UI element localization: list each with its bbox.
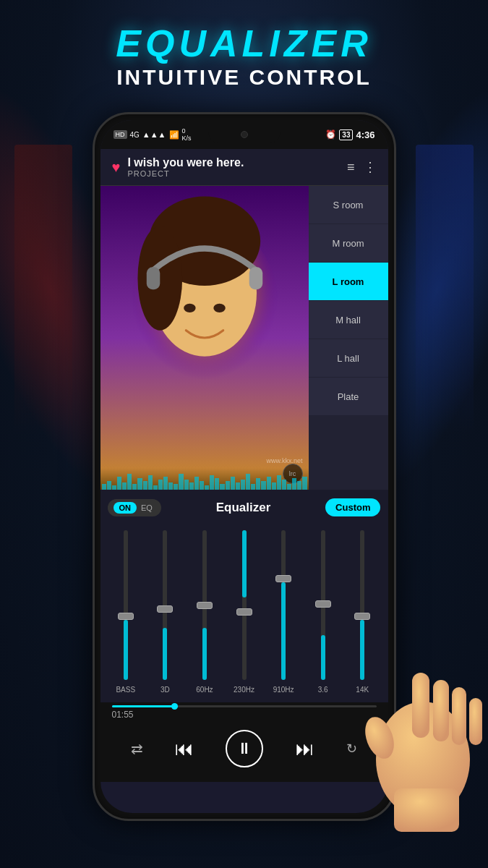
slider-label-3d: 3D — [160, 686, 170, 694]
wave-bar — [256, 478, 260, 490]
preset-item-l-room[interactable]: L room — [309, 263, 388, 300]
more-options-icon[interactable]: ⋮ — [364, 159, 377, 175]
notch-camera — [241, 131, 248, 138]
svg-rect-6 — [146, 267, 160, 289]
slider-thumb-3d[interactable] — [157, 605, 173, 613]
preset-item-l-hall[interactable]: L hall — [309, 339, 388, 377]
slider-track-3d — [163, 530, 167, 680]
wave-bar — [163, 477, 168, 490]
album-watermark: www.kkx.net — [266, 457, 302, 464]
next-button[interactable]: ⏭ — [296, 738, 314, 760]
wave-bar — [251, 484, 255, 490]
slider-bass[interactable]: BASS — [108, 527, 145, 694]
wave-bar — [231, 477, 235, 490]
slider-label-3khz: 3.6 — [318, 686, 328, 694]
eq-on-label: ON — [114, 502, 137, 514]
slider-thumb-230hz[interactable] — [236, 608, 252, 616]
wave-bar — [132, 484, 137, 490]
wave-bar — [297, 481, 301, 490]
wave-bar — [189, 482, 194, 490]
slider-thumb-3khz[interactable] — [315, 600, 331, 608]
playback-controls: ⇄ ⏮ ⏸ ⏭ ↻ — [100, 721, 388, 782]
repeat-icon[interactable]: ↻ — [346, 741, 357, 757]
slider-fill-top-230hz — [242, 530, 247, 597]
wave-bar — [282, 480, 286, 490]
wave-bar — [277, 475, 281, 490]
slider-60hz[interactable]: 60Hz — [187, 527, 223, 694]
slider-track-bass — [124, 530, 128, 680]
wave-bar — [210, 475, 214, 490]
album-person-image — [100, 186, 309, 490]
wave-bar — [246, 474, 250, 490]
album-section: www.kkx.net lrc — [100, 186, 309, 490]
wave-bar — [112, 485, 116, 490]
slider-230hz[interactable]: 230Hz — [226, 527, 262, 694]
album-illustration — [100, 186, 309, 490]
album-art: www.kkx.net lrc — [100, 186, 309, 490]
slider-3khz[interactable]: 3.6 — [304, 527, 341, 694]
wave-bar — [267, 477, 271, 490]
wave-bar — [117, 477, 121, 490]
slider-thumb-910hz[interactable] — [275, 575, 291, 582]
wave-bar — [143, 481, 147, 490]
playlist-icon[interactable]: ≡ — [347, 160, 355, 175]
song-artist: PROJECT — [127, 169, 340, 178]
song-bar: ♥ I wish you were here. PROJECT ≡ ⋮ — [100, 149, 388, 186]
slider-14khz[interactable]: 14K — [344, 527, 381, 694]
progress-bar[interactable] — [112, 705, 377, 707]
phone-notch — [208, 126, 281, 143]
wave-bar — [174, 484, 178, 490]
main-content: www.kkx.net lrc S roomM roomL roomM hall… — [100, 186, 388, 490]
progress-dot — [171, 703, 178, 710]
prev-button[interactable]: ⏮ — [175, 738, 194, 760]
slider-thumb-bass[interactable] — [118, 613, 134, 620]
speed-indicator: 0K/s — [182, 127, 192, 142]
slider-track-60hz — [202, 530, 207, 680]
progress-time: 01:55 — [112, 710, 377, 720]
preset-item-s-room[interactable]: S room — [309, 186, 388, 224]
play-pause-button[interactable]: ⏸ — [226, 730, 263, 767]
wave-bar — [122, 482, 127, 490]
battery-indicator: 33 — [339, 129, 353, 140]
slider-910hz[interactable]: 910Hz — [265, 527, 302, 694]
song-info: I wish you were here. PROJECT — [127, 156, 340, 178]
eq-toggle[interactable]: ON EQ — [108, 499, 161, 516]
wave-bar — [102, 484, 106, 490]
svg-rect-7 — [249, 267, 262, 289]
header-section: EQUALIZER INTUITIVE CONTROL — [0, 22, 488, 90]
shuffle-button[interactable]: ⇄ — [131, 740, 143, 757]
wave-bar — [241, 480, 245, 490]
phone-frame: HD 4G ▲▲▲ 📶 0K/s ⏰ 33 4:36 ♥ I wish you … — [93, 112, 396, 821]
time-display: 4:36 — [356, 129, 374, 140]
status-left: HD 4G ▲▲▲ 📶 0K/s — [114, 127, 192, 142]
slider-fill-bottom-60hz — [202, 628, 207, 680]
slider-thumb-60hz[interactable] — [197, 602, 213, 609]
wave-bar — [292, 478, 296, 490]
preset-item-plate[interactable]: Plate — [309, 378, 388, 415]
wave-bar — [302, 477, 307, 490]
wave-bar — [148, 475, 153, 490]
wave-bar — [236, 482, 240, 490]
wave-bar — [194, 477, 199, 490]
slider-label-60hz: 60Hz — [196, 686, 213, 694]
progress-fill — [112, 705, 179, 707]
preset-item-m-hall[interactable]: M hall — [309, 301, 388, 339]
slider-label-230hz: 230Hz — [234, 686, 254, 694]
wave-bar — [287, 484, 291, 490]
eq-custom-button[interactable]: Custom — [325, 498, 380, 516]
signal-bars: ▲▲▲ — [142, 130, 166, 139]
wave-bar — [153, 485, 158, 490]
slider-3d[interactable]: 3D — [147, 527, 184, 694]
preset-item-m-room[interactable]: M room — [309, 224, 388, 262]
wave-bar — [226, 481, 230, 490]
slider-fill-bottom-3d — [163, 628, 167, 680]
slider-label-14khz: 14K — [356, 686, 369, 694]
slider-thumb-14khz[interactable] — [354, 613, 370, 620]
slider-track-3khz — [321, 530, 325, 680]
wave-bar — [107, 481, 111, 490]
alarm-icon: ⏰ — [325, 129, 336, 140]
favorite-icon[interactable]: ♥ — [112, 159, 121, 176]
waveform — [100, 468, 309, 490]
slider-label-910hz: 910Hz — [273, 686, 294, 694]
wave-bar — [200, 481, 204, 490]
